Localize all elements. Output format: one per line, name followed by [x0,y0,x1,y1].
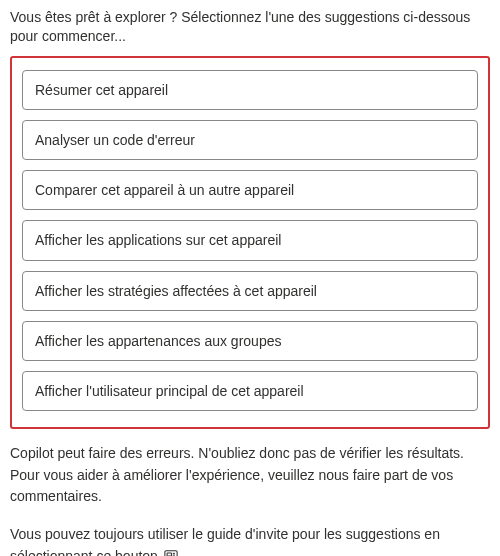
prompt-guide-hint: Vous pouvez toujours utiliser le guide d… [10,524,490,556]
suggestion-show-apps[interactable]: Afficher les applications sur cet appare… [22,220,478,260]
suggestion-show-primary-user[interactable]: Afficher l'utilisateur principal de cet … [22,371,478,411]
disclaimer-text: Copilot peut faire des erreurs. N'oublie… [10,443,490,508]
suggestion-show-group-memberships[interactable]: Afficher les appartenances aux groupes [22,321,478,361]
intro-text: Vous êtes prêt à explorer ? Sélectionnez… [10,8,490,46]
suggestion-compare-device[interactable]: Comparer cet appareil à un autre apparei… [22,170,478,210]
suggestion-summarize-device[interactable]: Résumer cet appareil [22,70,478,110]
suggestion-show-policies[interactable]: Afficher les stratégies affectées à cet … [22,271,478,311]
prompt-guide-icon [164,549,178,556]
suggestion-analyze-error-code[interactable]: Analyser un code d'erreur [22,120,478,160]
prompt-guide-hint-text: Vous pouvez toujours utiliser le guide d… [10,526,440,556]
suggestions-panel: Résumer cet appareil Analyser un code d'… [10,56,490,429]
svg-rect-1 [167,553,171,556]
